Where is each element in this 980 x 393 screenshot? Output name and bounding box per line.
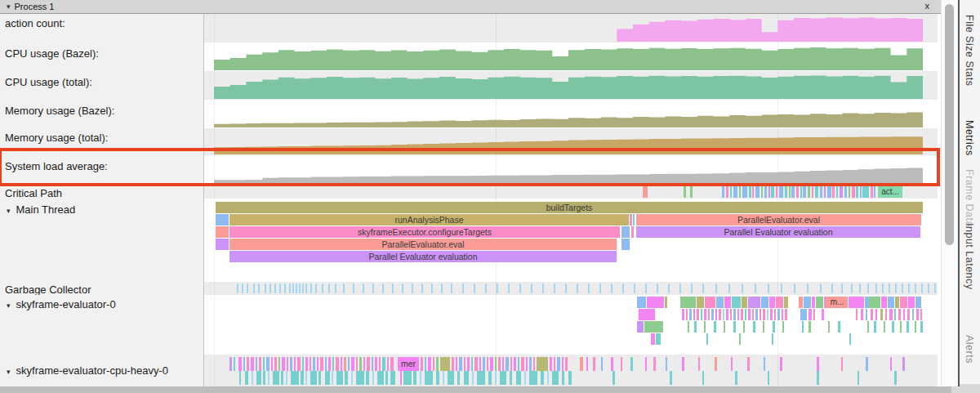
flame-segment[interactable] xyxy=(630,214,632,226)
cpu-bazel-track[interactable] xyxy=(204,42,938,71)
flame-segment[interactable] xyxy=(325,371,330,385)
gc-event-tick[interactable] xyxy=(820,284,822,293)
gc-event-tick[interactable] xyxy=(588,284,590,293)
flame-segment[interactable] xyxy=(281,371,283,385)
flame-segment[interactable] xyxy=(752,186,754,198)
flame-segment-labeled[interactable]: m... xyxy=(826,297,848,308)
flame-segment[interactable] xyxy=(684,186,686,198)
flame-segment[interactable] xyxy=(761,297,768,308)
flame-segment[interactable] xyxy=(773,321,775,333)
flame-segment[interactable] xyxy=(828,321,830,333)
flame-segment[interactable] xyxy=(748,297,760,308)
flame-segment[interactable] xyxy=(772,333,773,345)
flame-segment[interactable] xyxy=(822,309,824,320)
gc-event-tick[interactable] xyxy=(867,284,869,293)
gc-event-tick[interactable] xyxy=(577,284,578,293)
flame-segment[interactable] xyxy=(862,186,869,198)
flame-segment[interactable] xyxy=(464,371,469,385)
flame-segment[interactable] xyxy=(844,186,847,198)
flame-segment[interactable] xyxy=(916,309,919,320)
flame-segment[interactable] xyxy=(518,357,519,371)
flame-segment[interactable] xyxy=(698,357,700,371)
vertical-scrollbar-thumb[interactable] xyxy=(945,4,954,245)
flame-segment[interactable] xyxy=(779,186,783,198)
gc-event-tick[interactable] xyxy=(565,284,567,293)
flame-segment[interactable] xyxy=(726,309,728,320)
gc-event-tick[interactable] xyxy=(462,284,464,293)
gc-event-tick[interactable] xyxy=(258,284,260,293)
flame-segment[interactable] xyxy=(390,371,395,385)
gc-event-tick[interactable] xyxy=(265,284,266,293)
flame-segment[interactable] xyxy=(838,321,840,333)
gc-event-tick[interactable] xyxy=(599,284,601,293)
flame-segment[interactable] xyxy=(278,357,280,371)
flame-segment[interactable] xyxy=(263,357,265,371)
gc-event-tick[interactable] xyxy=(242,284,243,293)
flame-segment[interactable] xyxy=(425,371,433,385)
flame-segment[interactable] xyxy=(730,186,732,198)
flame-segment[interactable] xyxy=(705,297,715,308)
flame-segment[interactable] xyxy=(456,357,457,371)
gc-event-tick[interactable] xyxy=(372,284,374,293)
flame-segment[interactable] xyxy=(245,371,248,385)
flame-segment[interactable] xyxy=(317,357,318,371)
main-thread-track[interactable]: buildTargetsrunAnalysisPhaseParallelEval… xyxy=(204,199,938,282)
flame-segment[interactable] xyxy=(554,357,555,371)
flame-segment[interactable] xyxy=(894,309,896,320)
close-icon[interactable]: x xyxy=(925,1,930,11)
flame-segment[interactable] xyxy=(452,357,454,371)
flame-segment[interactable] xyxy=(433,357,434,371)
flame-segment[interactable] xyxy=(630,357,633,371)
flame-segment[interactable] xyxy=(900,297,907,308)
gc-event-tick[interactable] xyxy=(807,284,808,293)
skyframe-evaluator-0-track[interactable]: m... xyxy=(204,295,938,355)
flame-segment[interactable] xyxy=(601,357,603,371)
flame-segment[interactable] xyxy=(420,371,421,385)
flame-segment[interactable] xyxy=(771,186,774,198)
flame-segment[interactable] xyxy=(266,357,270,371)
row-label-main-thread[interactable]: ▾Main Thread xyxy=(0,199,204,282)
flame-segment[interactable] xyxy=(912,309,914,320)
flame-segment[interactable] xyxy=(529,371,537,385)
flame-segment[interactable] xyxy=(273,371,279,385)
gc-event-tick[interactable] xyxy=(611,284,612,293)
flame-segment-labeled[interactable]: skyframeExecutor.configureTargets xyxy=(229,226,620,238)
horizontal-scrollbar-thumb[interactable] xyxy=(0,386,951,393)
gc-event-tick[interactable] xyxy=(315,284,317,293)
flame-segment[interactable] xyxy=(666,357,667,371)
collapse-triangle-icon[interactable]: ▾ xyxy=(7,207,11,215)
gc-event-tick[interactable] xyxy=(831,284,833,293)
flame-segment[interactable] xyxy=(297,357,301,371)
flame-segment[interactable] xyxy=(714,321,716,333)
gc-event-tick[interactable] xyxy=(289,284,291,293)
gc-event-tick[interactable] xyxy=(531,284,532,293)
flame-segment[interactable] xyxy=(799,297,803,308)
flame-segment[interactable] xyxy=(706,333,708,345)
flame-segment[interactable] xyxy=(495,371,497,385)
flame-segment[interactable] xyxy=(791,186,795,198)
row-label-skyframe-evaluator-cpu-heavy-0[interactable]: ▾skyframe-evaluator-cpu-heavy-0 xyxy=(0,355,204,386)
gc-event-tick[interactable] xyxy=(253,284,255,293)
flame-segment[interactable] xyxy=(749,186,751,198)
flame-segment[interactable] xyxy=(697,309,699,320)
flame-segment[interactable] xyxy=(802,321,804,333)
flame-segment[interactable] xyxy=(302,357,304,371)
flame-segment[interactable] xyxy=(866,357,868,371)
flame-segment[interactable] xyxy=(521,357,524,371)
flame-segment[interactable] xyxy=(440,357,450,371)
flame-segment[interactable] xyxy=(817,357,819,371)
flame-segment[interactable] xyxy=(915,297,921,308)
flame-segment[interactable] xyxy=(755,309,758,320)
flame-segment[interactable] xyxy=(715,357,717,371)
flame-segment[interactable] xyxy=(268,371,270,385)
flame-segment[interactable] xyxy=(318,371,321,385)
flame-segment[interactable] xyxy=(889,309,893,320)
sidebar-tab-metrics[interactable]: Metrics xyxy=(964,120,975,156)
action-count-track[interactable] xyxy=(204,14,938,42)
flame-segment[interactable] xyxy=(375,357,377,371)
flame-segment[interactable] xyxy=(425,357,426,371)
gc-event-tick[interactable] xyxy=(645,284,647,293)
flame-segment[interactable] xyxy=(861,309,863,320)
flame-segment[interactable] xyxy=(428,357,431,371)
flame-segment[interactable] xyxy=(336,371,343,385)
